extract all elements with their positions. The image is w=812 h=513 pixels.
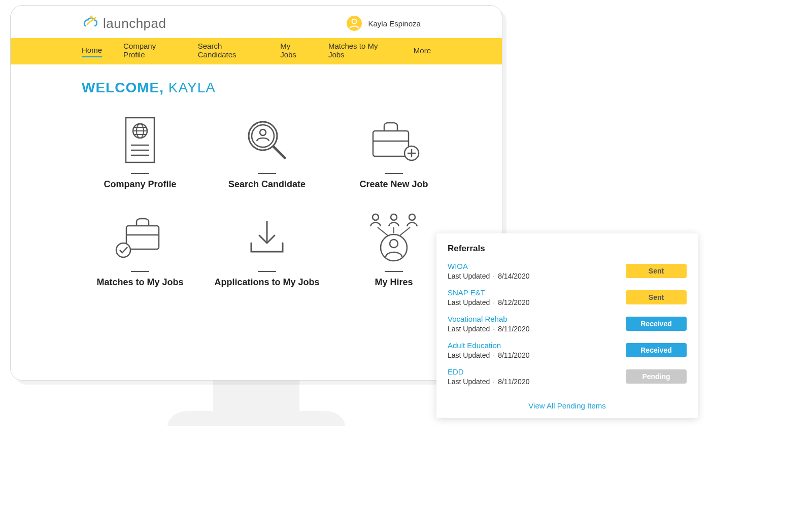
status-badge-sent[interactable]: Sent (626, 290, 687, 304)
referral-link-adulted[interactable]: Adult Education (448, 341, 626, 350)
briefcase-check-icon (112, 210, 168, 266)
tile-divider (131, 173, 149, 174)
logo-text: launchpad (103, 16, 166, 31)
svg-point-14 (260, 129, 266, 135)
referral-row: Vocational Rehab Last Updated·8/11/2020 … (448, 312, 687, 338)
referral-link-vocrehab[interactable]: Vocational Rehab (448, 315, 626, 323)
svg-point-25 (373, 214, 379, 220)
referral-meta: Last Updated·8/12/2020 (448, 298, 626, 306)
status-badge-received[interactable]: Received (626, 343, 687, 357)
person-magnifier-icon (242, 112, 292, 168)
referral-row: Adult Education Last Updated·8/11/2020 R… (448, 338, 687, 364)
svg-rect-16 (373, 131, 409, 156)
document-globe-icon (120, 112, 160, 168)
monitor-base (167, 411, 345, 426)
tile-label: Matches to My Jobs (96, 277, 183, 288)
status-badge-received[interactable]: Received (626, 317, 687, 331)
referrals-title: Referrals (448, 244, 687, 254)
tile-create-new-job[interactable]: Create New Job (330, 112, 457, 190)
header: launchpad Kayla Espinoza (11, 6, 502, 38)
monitor-stand (213, 380, 299, 415)
tile-matches-my-jobs[interactable]: Matches to My Jobs (77, 210, 204, 288)
tile-label: Applications to My Jobs (214, 277, 319, 288)
logo[interactable]: launchpad (82, 15, 166, 32)
view-all-link[interactable]: View All Pending Items (448, 401, 687, 410)
nav-more[interactable]: More (414, 46, 431, 57)
tile-divider (258, 173, 276, 174)
referral-meta: Last Updated·8/11/2020 (448, 378, 626, 386)
status-badge-sent[interactable]: Sent (626, 264, 687, 278)
logo-icon (82, 15, 99, 32)
referral-meta: Last Updated·8/11/2020 (448, 351, 626, 359)
monitor-frame: launchpad Kayla Espinoza Home Company Pr… (10, 5, 502, 381)
svg-line-30 (400, 227, 410, 235)
referral-meta: Last Updated·8/14/2020 (448, 272, 626, 280)
user-name: Kayla Espinoza (368, 19, 421, 28)
tile-divider (385, 271, 403, 272)
referral-link-snap[interactable]: SNAP E&T (448, 288, 626, 297)
svg-line-28 (378, 227, 388, 235)
tile-company-profile[interactable]: Company Profile (77, 112, 204, 190)
svg-point-26 (391, 214, 397, 220)
referrals-panel: Referrals WIOA Last Updated·8/14/2020 Se… (436, 233, 698, 418)
navbar: Home Company Profile Search Candidates M… (11, 38, 502, 64)
download-tray-icon (244, 210, 290, 266)
avatar-icon (346, 15, 362, 31)
divider (448, 394, 687, 394)
tile-applications-my-jobs[interactable]: Applications to My Jobs (204, 210, 330, 288)
svg-point-0 (90, 16, 93, 18)
svg-line-15 (274, 147, 285, 158)
tile-label: Search Candidate (228, 179, 306, 190)
tile-divider (385, 173, 403, 174)
svg-point-27 (409, 214, 415, 220)
nav-home[interactable]: Home (82, 46, 102, 57)
referral-meta: Last Updated·8/11/2020 (448, 325, 626, 333)
tile-grid: Company Profile Search Candidate (11, 102, 502, 298)
svg-point-23 (116, 243, 130, 257)
referral-row: EDD Last Updated·8/11/2020 Pending (448, 364, 687, 391)
welcome-name: KAYLA (168, 80, 216, 95)
user-block[interactable]: Kayla Espinoza (346, 15, 421, 31)
tile-label: Create New Job (359, 179, 428, 190)
people-network-icon (363, 210, 424, 266)
svg-rect-21 (126, 226, 159, 249)
tile-search-candidate[interactable]: Search Candidate (204, 112, 330, 190)
referral-link-edd[interactable]: EDD (448, 367, 626, 376)
svg-point-32 (390, 240, 398, 248)
tile-label: My Hires (375, 277, 413, 288)
nav-company-profile[interactable]: Company Profile (123, 42, 177, 61)
briefcase-plus-icon (366, 112, 422, 168)
welcome-heading: WELCOME, KAYLA (11, 64, 502, 102)
status-badge-pending[interactable]: Pending (626, 369, 687, 384)
tile-divider (131, 271, 149, 272)
referral-row: SNAP E&T Last Updated·8/12/2020 Sent (448, 285, 687, 312)
tile-divider (258, 271, 276, 272)
referral-row: WIOA Last Updated·8/14/2020 Sent (448, 259, 687, 285)
nav-search-candidates[interactable]: Search Candidates (198, 42, 259, 61)
welcome-prefix: WELCOME, (82, 80, 168, 95)
referral-link-wioa[interactable]: WIOA (448, 262, 626, 270)
tile-label: Company Profile (104, 179, 176, 190)
nav-my-jobs[interactable]: My Jobs (280, 42, 307, 61)
nav-matches-my-jobs[interactable]: Matches to My Jobs (328, 42, 392, 61)
